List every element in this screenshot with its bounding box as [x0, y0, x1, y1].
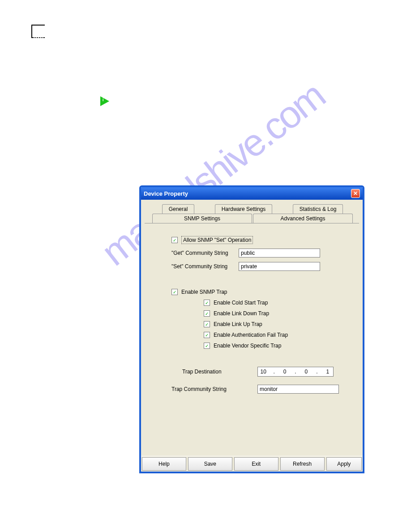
snmp-settings-panel: Allow SNMP "Set" Operation "Get" Communi…	[145, 223, 359, 456]
link-down-trap-label: Enable Link Down Trap	[214, 310, 269, 317]
trap-community-row: Trap Community String	[171, 385, 354, 394]
vendor-specific-trap-checkbox[interactable]	[204, 343, 210, 349]
set-community-row: "Set" Community String	[171, 262, 354, 271]
apply-button[interactable]: Apply	[326, 457, 362, 471]
info-glyph: i	[103, 98, 104, 102]
tab-snmp-settings[interactable]: SNMP Settings	[152, 214, 252, 223]
trap-destination-label: Trap Destination	[182, 369, 257, 375]
tab-row-front: SNMP Settings Advanced Settings	[152, 214, 354, 223]
save-button[interactable]: Save	[188, 457, 232, 471]
set-community-label: "Set" Community String	[171, 263, 239, 270]
trap-row-1: Enable Link Down Trap	[204, 310, 354, 317]
trap-row-3: Enable Authentication Fail Trap	[204, 332, 354, 338]
tab-hardware-settings[interactable]: Hardware Settings	[215, 204, 273, 214]
device-property-dialog: Device Property ✕ General Hardware Setti…	[139, 185, 364, 473]
close-icon: ✕	[353, 190, 358, 197]
allow-snmp-set-label: Allow SNMP "Set" Operation	[181, 236, 253, 244]
exit-button[interactable]: Exit	[234, 457, 278, 471]
link-up-trap-label: Enable Link Up Trap	[214, 321, 262, 327]
ip-octet-4: 1	[322, 369, 333, 375]
help-button[interactable]: Help	[142, 457, 186, 471]
close-button[interactable]: ✕	[351, 189, 360, 198]
page-corner-icon	[31, 25, 45, 38]
tab-statistics-log[interactable]: Statistics & Log	[293, 204, 343, 214]
enable-trap-row: Enable SNMP Trap	[171, 289, 354, 295]
link-up-trap-checkbox[interactable]	[204, 321, 210, 327]
trap-community-input[interactable]	[257, 385, 339, 394]
tab-advanced-settings[interactable]: Advanced Settings	[253, 214, 353, 223]
button-bar: Help Save Exit Refresh Apply	[141, 456, 363, 472]
enable-snmp-trap-label: Enable SNMP Trap	[181, 289, 227, 295]
link-down-trap-checkbox[interactable]	[204, 310, 210, 317]
trap-destination-input[interactable]: 10. 0. 0. 1	[257, 367, 334, 377]
set-community-input[interactable]	[239, 262, 320, 271]
tab-area: General Hardware Settings Statistics & L…	[141, 200, 363, 456]
allow-set-row: Allow SNMP "Set" Operation	[171, 236, 354, 244]
info-triangle-icon	[100, 96, 109, 106]
refresh-button[interactable]: Refresh	[280, 457, 325, 471]
auth-fail-trap-label: Enable Authentication Fail Trap	[214, 332, 288, 338]
cold-start-trap-checkbox[interactable]	[204, 300, 210, 306]
tab-general[interactable]: General	[162, 204, 195, 214]
auth-fail-trap-checkbox[interactable]	[204, 332, 210, 338]
trap-destination-row: Trap Destination 10. 0. 0. 1	[182, 367, 354, 377]
ip-octet-3: 0	[301, 369, 312, 375]
allow-snmp-set-checkbox[interactable]	[171, 237, 178, 243]
get-community-input[interactable]	[239, 249, 320, 257]
trap-row-0: Enable Cold Start Trap	[204, 300, 354, 306]
trap-row-4: Enable Vendor Specific Trap	[204, 343, 354, 349]
ip-octet-1: 10	[258, 369, 269, 375]
ip-octet-2: 0	[279, 369, 290, 375]
tab-row-back: General Hardware Settings Statistics & L…	[152, 204, 354, 214]
trap-community-label: Trap Community String	[171, 386, 257, 392]
vendor-specific-trap-label: Enable Vendor Specific Trap	[214, 343, 281, 349]
get-community-label: "Get" Community String	[171, 250, 239, 256]
titlebar[interactable]: Device Property ✕	[141, 187, 363, 200]
trap-row-2: Enable Link Up Trap	[204, 321, 354, 327]
get-community-row: "Get" Community String	[171, 249, 354, 257]
window-title: Device Property	[144, 190, 188, 197]
enable-snmp-trap-checkbox[interactable]	[171, 289, 178, 295]
cold-start-trap-label: Enable Cold Start Trap	[214, 300, 268, 306]
